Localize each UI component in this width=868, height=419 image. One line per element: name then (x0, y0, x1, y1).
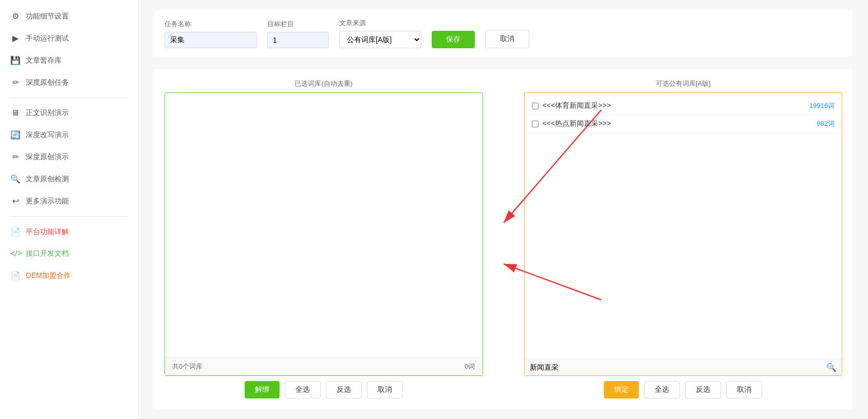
panel-gap (483, 79, 524, 398)
left-panel-content (165, 93, 483, 357)
sidebar-item-label: 平台功能详解 (26, 227, 69, 237)
sidebar-item-label: 手动运行测试 (26, 34, 69, 43)
sidebar-item-oem[interactable]: 📄 OEM加盟合作 (0, 264, 138, 287)
sidebar-item-feature-settings[interactable]: ⚙ 功能细节设置 (0, 5, 138, 27)
article-source-group: 文章来源 公有词库[A版] 私有词库 全部词库 (339, 18, 421, 48)
sidebar-item-label: 深度原创任务 (26, 78, 69, 87)
left-select-all-button[interactable]: 全选 (285, 381, 321, 398)
sidebar-item-label: 文章暂存库 (26, 56, 62, 65)
article-source-select[interactable]: 公有词库[A版] 私有词库 全部词库 (340, 31, 421, 48)
hotspot-checkbox[interactable] (532, 121, 539, 127)
sidebar-item-label: 更多演示功能 (26, 197, 69, 206)
form-row: 任务名称 目标栏目 文章来源 公有词库[A版] 私有词库 全部词库 保存 取消 (154, 10, 853, 56)
sidebar-item-deep-rewrite[interactable]: 🔄 深度改写演示 (0, 124, 138, 146)
sidebar-item-deep-original-demo[interactable]: ✏ 深度原创演示 (0, 146, 138, 168)
sidebar-item-label: 正文识别演示 (26, 108, 69, 118)
gear-icon: ⚙ (10, 11, 21, 21)
right-select-all-button[interactable]: 全选 (644, 381, 680, 398)
play-icon: ▶ (10, 33, 21, 43)
right-panel-search-footer: 🔍 (525, 359, 842, 375)
left-panel: 已选词库(自动去重) 共0个词库 0词 解绑 全选 反选 取消 (164, 79, 483, 398)
left-footer-count: 共0个词库 (172, 362, 202, 371)
sidebar-item-deep-original[interactable]: ✏ 深度原创任务 (0, 71, 138, 93)
left-btn-row: 解绑 全选 反选 取消 (164, 381, 483, 398)
right-invert-button[interactable]: 反选 (685, 381, 721, 398)
main-content: 任务名称 目标栏目 文章来源 公有词库[A版] 私有词库 全部词库 保存 取消 … (139, 0, 868, 419)
edit-icon: ✏ (10, 78, 21, 87)
hotspot-count: 982词 (817, 119, 835, 128)
left-panel-footer: 共0个词库 0词 (165, 357, 483, 375)
left-cancel-button[interactable]: 取消 (367, 381, 403, 398)
task-name-input[interactable] (164, 32, 257, 48)
sports-label: <<<体育新闻直采>>> (543, 101, 805, 110)
right-panel: 可选公有词库[A版] <<<体育新闻直采>>> 19916词 <<<热点新闻直采… (524, 79, 843, 398)
task-name-group: 任务名称 (164, 20, 257, 48)
sidebar-item-api-docs[interactable]: </> 接口开发文档 (0, 243, 138, 264)
sidebar-item-platform-detail[interactable]: 📄 平台功能详解 (0, 221, 138, 243)
sports-checkbox[interactable] (532, 103, 539, 109)
left-footer-words: 0词 (465, 362, 475, 371)
task-name-label: 任务名称 (164, 20, 257, 29)
list-item[interactable]: <<<体育新闻直采>>> 19916词 (525, 97, 842, 115)
code-icon: </> (10, 249, 21, 258)
bind-button[interactable]: 绑定 (604, 381, 639, 398)
panels-container: 已选词库(自动去重) 共0个词库 0词 解绑 全选 反选 取消 可选公有词库[A (154, 69, 853, 409)
right-search-input[interactable] (530, 364, 827, 372)
arrow-icon: ↩ (10, 196, 21, 206)
article-source-label: 文章来源 (339, 18, 421, 28)
sidebar-item-article-check[interactable]: 🔍 文章原创检测 (0, 168, 138, 190)
left-invert-button[interactable]: 反选 (326, 381, 362, 398)
target-column-group: 目标栏目 (267, 20, 329, 48)
right-cancel-button[interactable]: 取消 (726, 381, 762, 398)
search-icon[interactable]: 🔍 (826, 363, 837, 372)
list-item[interactable]: <<<热点新闻直采>>> 982词 (525, 115, 842, 133)
divider-2 (10, 216, 128, 217)
right-panel-content: <<<体育新闻直采>>> 19916词 <<<热点新闻直采>>> 982词 (525, 93, 842, 359)
article-source-select-wrapper: 公有词库[A版] 私有词库 全部词库 (339, 31, 421, 48)
sidebar-item-label: 深度原创演示 (26, 153, 69, 162)
divider-1 (10, 98, 128, 98)
left-panel-title: 已选词库(自动去重) (164, 79, 483, 88)
right-panel-title: 可选公有词库[A版] (524, 79, 843, 88)
sidebar: ⚙ 功能细节设置 ▶ 手动运行测试 💾 文章暂存库 ✏ 深度原创任务 🖥 正文识… (0, 0, 139, 419)
sidebar-item-label: 接口开发文档 (26, 249, 69, 258)
sidebar-item-article-draft[interactable]: 💾 文章暂存库 (0, 49, 138, 71)
sidebar-item-label: 功能细节设置 (26, 12, 69, 21)
edit2-icon: ✏ (10, 152, 21, 162)
doc-icon: 📄 (10, 227, 21, 237)
cancel-top-button[interactable]: 取消 (485, 30, 529, 48)
save-button[interactable]: 保存 (432, 31, 475, 48)
refresh-icon: 🔄 (10, 130, 21, 140)
unbind-button[interactable]: 解绑 (245, 381, 280, 398)
target-column-input[interactable] (267, 32, 329, 48)
monitor-icon: 🖥 (10, 108, 21, 118)
hotspot-label: <<<热点新闻直采>>> (543, 119, 813, 128)
left-panel-box: 共0个词库 0词 (164, 92, 483, 376)
right-btn-row: 绑定 全选 反选 取消 (524, 381, 843, 398)
sidebar-item-text-recognition[interactable]: 🖥 正文识别演示 (0, 102, 138, 124)
database-icon: 💾 (10, 55, 21, 65)
sidebar-item-label: 文章原创检测 (26, 175, 69, 184)
right-panel-box: <<<体育新闻直采>>> 19916词 <<<热点新闻直采>>> 982词 🔍 (524, 92, 843, 376)
search-icon: 🔍 (10, 174, 21, 184)
target-column-label: 目标栏目 (267, 20, 329, 29)
sidebar-item-label: OEM加盟合作 (26, 271, 71, 280)
sidebar-item-label: 深度改写演示 (26, 130, 69, 140)
sports-count: 19916词 (809, 101, 835, 110)
doc2-icon: 📄 (10, 271, 21, 280)
sidebar-item-more-demo[interactable]: ↩ 更多演示功能 (0, 190, 138, 212)
sidebar-item-manual-test[interactable]: ▶ 手动运行测试 (0, 27, 138, 49)
